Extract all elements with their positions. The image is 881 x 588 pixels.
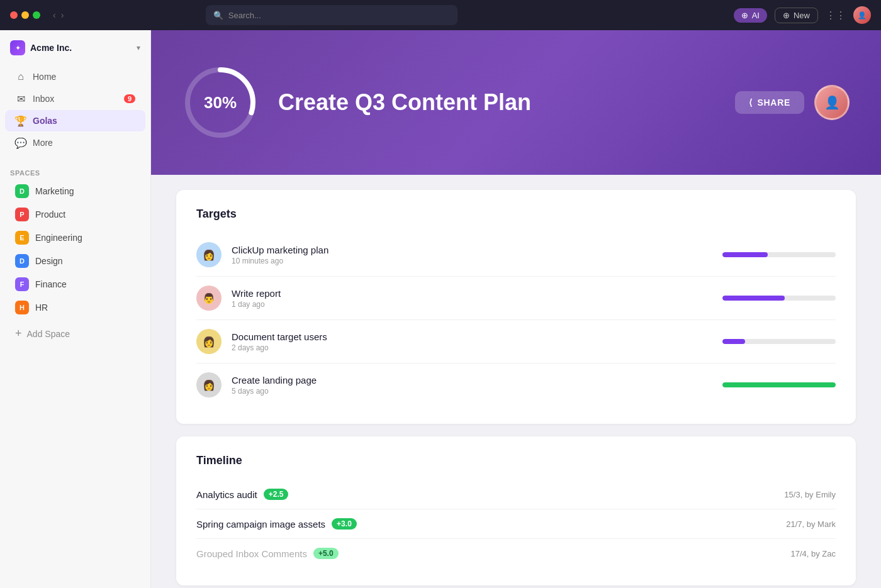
hero-actions: ⟨ SHARE 👤 xyxy=(735,85,850,120)
sidebar-item-goals-label: Golas xyxy=(33,116,57,126)
target-name-3: Document target users xyxy=(232,331,712,342)
home-icon: ⌂ xyxy=(15,71,26,82)
target-item-1: 👩 ClickUp marketing plan 10 minutes ago xyxy=(196,233,836,277)
add-space-button[interactable]: + Add Space xyxy=(5,322,145,345)
sidebar-item-more[interactable]: 💬 More xyxy=(5,132,145,153)
timeline-right-2: 21/7, by Mark xyxy=(786,519,836,529)
timeline-item-1: Analytics audit +2.5 15/3, by Emily xyxy=(196,480,836,509)
search-icon: 🔍 xyxy=(213,11,223,20)
content-scroll: Targets 👩 ClickUp marketing plan 10 minu… xyxy=(151,175,881,588)
timeline-right-3: 17/4, by Zac xyxy=(790,549,836,558)
target-info-4: Create landing page 5 days ago xyxy=(232,375,712,396)
sidebar-item-home[interactable]: ⌂ Home xyxy=(5,66,145,87)
add-space-label: Add Space xyxy=(27,329,70,339)
target-info-3: Document target users 2 days ago xyxy=(232,331,712,352)
plus-icon: ⊕ xyxy=(783,11,790,20)
design-label: Design xyxy=(35,256,63,266)
traffic-light-red[interactable] xyxy=(10,11,18,19)
target-time-1: 10 minutes ago xyxy=(232,257,712,265)
workspace-name: Acme Inc. xyxy=(30,43,72,53)
timeline-person-1: Emily xyxy=(816,490,836,499)
timeline-name-2: Spring campaign image assets xyxy=(196,519,325,530)
timeline-by-2: by xyxy=(807,519,817,529)
new-button[interactable]: ⊕ New xyxy=(775,8,818,23)
main-layout: ✦ Acme Inc. ▾ ⌂ Home ✉ Inbox 9 🏆 Golas 💬… xyxy=(0,30,881,588)
sidebar-nav: ⌂ Home ✉ Inbox 9 🏆 Golas 💬 More xyxy=(0,60,150,159)
traffic-light-green[interactable] xyxy=(33,11,40,19)
spaces-section-title: Spaces xyxy=(0,164,150,179)
workspace-chevron: ▾ xyxy=(137,43,140,52)
target-avatar-2: 👨 xyxy=(196,286,222,311)
ai-icon: ⊕ xyxy=(741,11,748,20)
target-info-1: ClickUp marketing plan 10 minutes ago xyxy=(232,245,712,265)
target-time-4: 5 days ago xyxy=(232,387,712,396)
search-bar[interactable]: 🔍 Search... xyxy=(206,5,457,25)
share-icon: ⟨ xyxy=(749,97,753,108)
marketing-badge: D xyxy=(15,184,29,198)
workspace-icon: ✦ xyxy=(10,40,25,55)
inbox-icon: ✉ xyxy=(15,93,26,104)
traffic-light-yellow[interactable] xyxy=(21,11,29,19)
search-placeholder: Search... xyxy=(228,11,261,20)
target-time-3: 2 days ago xyxy=(232,343,712,352)
timeline-person-3: Zac xyxy=(822,549,836,558)
timeline-card: Timeline Analytics audit +2.5 15/3, by E… xyxy=(176,436,856,585)
target-item-4: 👩 Create landing page 5 days ago xyxy=(196,363,836,406)
topbar-right: ⊕ AI ⊕ New ⋮⋮ 👤 xyxy=(734,6,871,24)
sidebar-item-finance[interactable]: F Finance xyxy=(5,273,145,296)
timeline-name-1: Analytics audit xyxy=(196,489,257,500)
progress-ring: 30% xyxy=(182,65,258,140)
content-area: 30% Create Q3 Content Plan ⟨ SHARE 👤 Tar… xyxy=(151,30,881,588)
target-name-4: Create landing page xyxy=(232,375,712,386)
ai-label: AI xyxy=(752,11,760,20)
target-item-3: 👩 Document target users 2 days ago xyxy=(196,320,836,363)
workspace-header[interactable]: ✦ Acme Inc. ▾ xyxy=(0,30,150,60)
target-name-1: ClickUp marketing plan xyxy=(232,245,712,255)
topbar: ‹ › 🔍 Search... ⊕ AI ⊕ New ⋮⋮ 👤 xyxy=(0,0,881,30)
timeline-date-1: 15/3, xyxy=(784,490,802,499)
design-badge: D xyxy=(15,254,29,268)
finance-badge: F xyxy=(15,277,29,291)
timeline-item-3: Grouped Inbox Comments +5.0 17/4, by Zac xyxy=(196,539,836,568)
goals-icon: 🏆 xyxy=(15,115,26,126)
forward-arrow[interactable]: › xyxy=(61,10,64,20)
timeline-date-3: 17/4, xyxy=(790,549,809,558)
user-avatar-top[interactable]: 👤 xyxy=(853,6,871,24)
ai-button[interactable]: ⊕ AI xyxy=(734,8,767,23)
sidebar-item-engineering[interactable]: E Engineering xyxy=(5,226,145,249)
share-button[interactable]: ⟨ SHARE xyxy=(735,91,804,114)
add-space-plus-icon: + xyxy=(15,327,22,340)
back-arrow[interactable]: ‹ xyxy=(53,10,56,20)
timeline-badge-2: +3.0 xyxy=(332,518,357,530)
targets-title: Targets xyxy=(196,208,836,221)
nav-arrows: ‹ › xyxy=(53,10,64,20)
engineering-label: Engineering xyxy=(35,233,82,243)
sidebar-item-inbox[interactable]: ✉ Inbox 9 xyxy=(5,88,145,109)
targets-card: Targets 👩 ClickUp marketing plan 10 minu… xyxy=(176,190,856,424)
sidebar-item-goals[interactable]: 🏆 Golas xyxy=(5,110,145,131)
progress-label: 30% xyxy=(204,93,237,113)
target-name-2: Write report xyxy=(232,288,712,299)
sidebar-item-design[interactable]: D Design xyxy=(5,250,145,272)
sidebar-item-product[interactable]: P Product xyxy=(5,203,145,226)
traffic-lights xyxy=(10,11,40,19)
share-label: SHARE xyxy=(757,97,790,108)
grid-icon[interactable]: ⋮⋮ xyxy=(826,9,846,21)
timeline-date-2: 21/7, xyxy=(786,519,804,529)
sidebar-item-hr[interactable]: H HR xyxy=(5,296,145,319)
sidebar-item-marketing[interactable]: D Marketing xyxy=(5,180,145,202)
hero-avatar[interactable]: 👤 xyxy=(814,85,850,120)
target-progress-1 xyxy=(722,252,836,257)
inbox-badge: 9 xyxy=(124,94,135,103)
target-progress-fill-3 xyxy=(722,339,745,344)
hero-section: 30% Create Q3 Content Plan ⟨ SHARE 👤 xyxy=(151,30,881,175)
target-item-2: 👨 Write report 1 day ago xyxy=(196,277,836,320)
new-label: New xyxy=(794,11,810,20)
timeline-by-1: by xyxy=(805,490,816,499)
timeline-person-2: Mark xyxy=(817,519,836,529)
target-progress-3 xyxy=(722,339,836,344)
spaces-list: D Marketing P Product E Engineering D De… xyxy=(0,179,150,319)
timeline-badge-3: +5.0 xyxy=(313,548,339,559)
target-progress-fill-2 xyxy=(722,296,785,301)
target-progress-fill-4 xyxy=(722,382,836,387)
